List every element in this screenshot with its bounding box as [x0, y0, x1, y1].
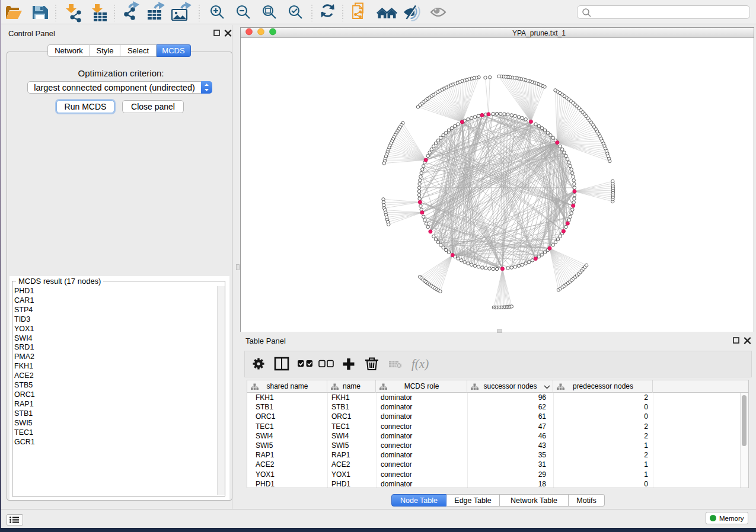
svg-text:f(x): f(x) — [412, 357, 429, 371]
